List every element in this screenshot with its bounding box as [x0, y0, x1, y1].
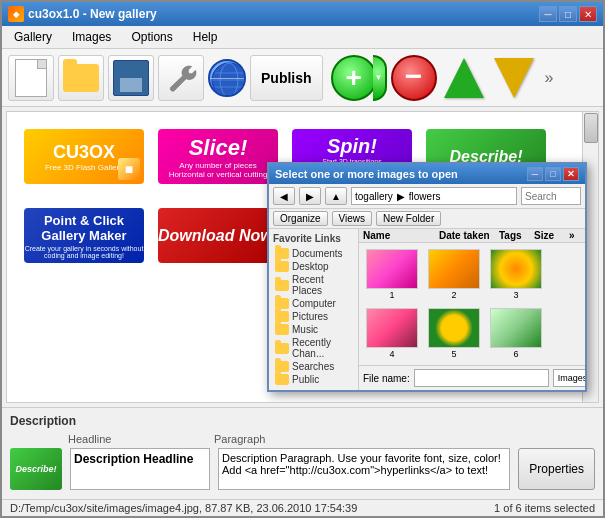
dialog-file-3[interactable]: 3	[487, 247, 545, 302]
settings-button[interactable]	[158, 55, 204, 101]
dialog-title-controls: ─ □ ✕	[527, 167, 579, 181]
close-button[interactable]: ✕	[579, 6, 597, 22]
col-tags: Tags	[499, 230, 534, 241]
description-thumbnail: Describe!	[10, 448, 62, 490]
sidebar-item-recent-chan[interactable]: Recently Chan...	[273, 336, 354, 360]
banner-slice-sub: Any number of piecesHorizontal or vertic…	[169, 161, 268, 179]
dialog-path[interactable]: togallery ▶ flowers	[351, 187, 517, 205]
save-icon-inner	[119, 77, 143, 93]
banner-point-sub: Create your gallery in seconds withoutco…	[25, 245, 144, 259]
dialog-search-input[interactable]	[521, 187, 581, 205]
more-button[interactable]: »	[541, 69, 558, 87]
open-folder-button[interactable]	[58, 55, 104, 101]
title-bar: ◆ cu3ox1.0 - New gallery ─ □ ✕	[2, 2, 603, 26]
app-icon: ◆	[8, 6, 24, 22]
banner-download-title: Download Now!	[158, 227, 278, 245]
sidebar-label-searches: Searches	[292, 361, 334, 372]
dialog-actions: Organize Views New Folder	[269, 209, 585, 229]
gallery-item[interactable]: Point & Click Gallery Maker Create your …	[22, 206, 146, 265]
sidebar-item-recent[interactable]: Recent Places	[273, 273, 354, 297]
dialog-maximize[interactable]: □	[545, 167, 561, 181]
dialog-file-2[interactable]: 2	[425, 247, 483, 302]
menu-options[interactable]: Options	[123, 28, 180, 46]
down-arrow-icon	[494, 58, 534, 98]
dialog-file-4[interactable]: 4	[363, 306, 421, 361]
paragraph-input[interactable]: Description Paragraph. Use your favorite…	[218, 448, 510, 490]
dialog-title-bar: Select one or more images to open ─ □ ✕	[269, 164, 585, 184]
sidebar-item-searches[interactable]: Searches	[273, 360, 354, 373]
dialog-forward-button[interactable]: ▶	[299, 187, 321, 205]
col-more-button[interactable]: »	[569, 230, 581, 241]
dialog-files-area: 1 2 3 4	[359, 243, 585, 365]
sidebar-item-computer[interactable]: Computer	[273, 297, 354, 310]
col-name: Name	[363, 230, 439, 241]
dialog-back-button[interactable]: ◀	[273, 187, 295, 205]
svg-point-5	[212, 63, 246, 97]
file-label-1: 1	[389, 290, 394, 300]
sidebar-item-music[interactable]: Music	[273, 323, 354, 336]
wrench-icon	[165, 62, 197, 94]
sidebar-item-desktop[interactable]: Desktop	[273, 260, 354, 273]
headline-label: Headline	[68, 433, 111, 445]
minimize-button[interactable]: ─	[539, 6, 557, 22]
dialog-title-text: Select one or more images to open	[275, 168, 458, 180]
folder-icon	[275, 261, 289, 272]
properties-button[interactable]: Properties	[518, 448, 595, 490]
banner-point: Point & Click Gallery Maker Create your …	[24, 208, 144, 263]
dialog-sidebar-title: Favorite Links	[273, 233, 354, 244]
sidebar-label-desktop: Desktop	[292, 261, 329, 272]
file-label-4: 4	[389, 349, 394, 359]
move-up-button[interactable]	[441, 55, 487, 101]
gallery-item[interactable]: Slice! Any number of piecesHorizontal or…	[156, 127, 280, 186]
col-date: Date taken	[439, 230, 499, 241]
gallery-item[interactable]: Download Now!	[156, 206, 280, 265]
sidebar-item-pictures[interactable]: Pictures	[273, 310, 354, 323]
move-down-button[interactable]	[491, 55, 537, 101]
file-thumbnail-1	[366, 249, 418, 289]
banner-point-title: Point & Click Gallery Maker	[24, 213, 144, 243]
sidebar-label-music: Music	[292, 324, 318, 335]
description-labels-row: Headline Paragraph	[10, 432, 595, 446]
folder-icon	[275, 374, 289, 385]
main-area: CU3OX Free 3D Flash Gallery ■ Slice! Any…	[2, 107, 603, 516]
path-part-2: flowers	[409, 191, 441, 202]
dialog-close[interactable]: ✕	[563, 167, 579, 181]
publish-button[interactable]: Publish	[250, 55, 323, 101]
new-file-button[interactable]	[8, 55, 54, 101]
sidebar-item-documents[interactable]: Documents	[273, 247, 354, 260]
remove-button[interactable]: −	[391, 55, 437, 101]
menu-bar: Gallery Images Options Help	[2, 26, 603, 49]
dialog-new-folder-button[interactable]: New Folder	[376, 211, 441, 226]
headline-input[interactable]: Description Headline	[70, 448, 210, 490]
scroll-thumb[interactable]	[584, 113, 598, 143]
file-thumbnail-2	[428, 249, 480, 289]
menu-images[interactable]: Images	[64, 28, 119, 46]
gallery-area: CU3OX Free 3D Flash Gallery ■ Slice! Any…	[6, 111, 599, 403]
dialog-views-button[interactable]: Views	[332, 211, 373, 226]
menu-gallery[interactable]: Gallery	[6, 28, 60, 46]
filename-label: File name:	[363, 373, 410, 384]
save-button[interactable]	[108, 55, 154, 101]
paragraph-label: Paragraph	[214, 433, 265, 445]
add-dropdown-button[interactable]: ▼	[373, 55, 387, 101]
maximize-button[interactable]: □	[559, 6, 577, 22]
dialog-up-button[interactable]: ▲	[325, 187, 347, 205]
add-button[interactable]: +	[331, 55, 377, 101]
banner-cu3ox-title: CU3OX	[53, 142, 115, 163]
col-size: Size	[534, 230, 569, 241]
dialog-file-6[interactable]: 6	[487, 306, 545, 361]
file-label-3: 3	[513, 290, 518, 300]
save-icon	[113, 60, 149, 96]
dialog-minimize[interactable]: ─	[527, 167, 543, 181]
dialog-file-1[interactable]: 1	[363, 247, 421, 302]
sidebar-label-public: Public	[292, 374, 319, 385]
sidebar-item-public[interactable]: Public	[273, 373, 354, 386]
menu-help[interactable]: Help	[185, 28, 226, 46]
dialog-main: Favorite Links Documents Desktop Recent …	[269, 229, 585, 390]
file-thumbnail-3	[490, 249, 542, 289]
filename-input[interactable]	[414, 369, 549, 387]
gallery-item[interactable]: CU3OX Free 3D Flash Gallery ■	[22, 127, 146, 186]
dialog-file-5[interactable]: 5	[425, 306, 483, 361]
dialog-organize-button[interactable]: Organize	[273, 211, 328, 226]
filetype-select[interactable]: Images (*.bmp *.dib *.fe *.jpg ...	[553, 369, 585, 387]
